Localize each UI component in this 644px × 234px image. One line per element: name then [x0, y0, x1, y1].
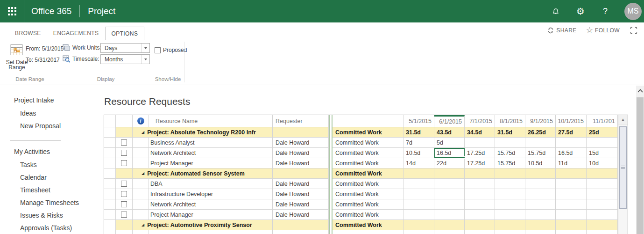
grid-split-bar[interactable] — [329, 179, 333, 189]
checkbox-cell[interactable] — [116, 189, 133, 199]
resource-name-cell[interactable]: DBA — [149, 179, 273, 189]
work-value-cell[interactable] — [403, 220, 434, 230]
work-value-cell[interactable] — [495, 168, 525, 179]
grid-split-bar[interactable] — [329, 210, 333, 220]
work-value-cell[interactable] — [495, 138, 525, 148]
work-value-cell[interactable] — [556, 138, 587, 148]
work-value-cell[interactable]: 34.5d — [465, 127, 495, 138]
page-scroll-up-chevron-icon[interactable] — [636, 86, 644, 96]
checkbox-cell[interactable] — [116, 138, 133, 148]
proposed-checkbox[interactable] — [155, 47, 161, 53]
work-value-cell[interactable] — [525, 230, 556, 234]
work-type-cell[interactable]: Committed Work — [333, 168, 403, 179]
work-value-cell[interactable] — [525, 179, 556, 189]
work-value-cell[interactable]: 27.5d — [556, 127, 587, 138]
work-value-cell[interactable] — [525, 210, 556, 220]
work-type-cell[interactable]: Committed Work — [333, 210, 403, 220]
nav-item-new-proposal[interactable]: New Proposal — [0, 121, 104, 134]
row-checkbox[interactable] — [121, 212, 127, 218]
work-value-cell[interactable]: 14d — [403, 158, 434, 168]
work-type-cell[interactable]: Committed Work — [333, 158, 403, 168]
work-value-cell[interactable] — [403, 210, 434, 220]
work-value-cell[interactable]: 16.5d — [434, 148, 465, 158]
work-value-cell[interactable] — [556, 220, 587, 230]
checkbox-cell[interactable] — [116, 210, 133, 220]
work-value-cell[interactable]: 16.5d — [556, 148, 587, 158]
work-value-cell[interactable] — [403, 199, 434, 210]
work-value-cell[interactable]: 26.25d — [525, 127, 556, 138]
date-column-header[interactable]: 5/1/2015 — [403, 115, 434, 127]
row-checkbox[interactable] — [121, 191, 127, 197]
tab-options[interactable]: OPTIONS — [105, 27, 145, 40]
grid-split-bar[interactable] — [329, 189, 333, 199]
row-checkbox[interactable] — [121, 201, 127, 207]
work-value-cell[interactable] — [434, 199, 465, 210]
work-value-cell[interactable] — [525, 189, 556, 199]
work-value-cell[interactable]: 17.25d — [465, 158, 495, 168]
checkbox-cell[interactable] — [116, 148, 133, 158]
work-value-cell[interactable]: 22d — [434, 158, 465, 168]
requester-cell[interactable]: Dale Howard — [273, 148, 329, 158]
work-value-cell[interactable]: 10d — [587, 158, 618, 168]
work-value-cell[interactable] — [587, 179, 618, 189]
requester-cell[interactable]: Dale Howard — [273, 210, 329, 220]
work-value-cell[interactable] — [465, 220, 495, 230]
work-type-cell[interactable]: Committed Work — [333, 189, 403, 199]
work-value-cell[interactable] — [465, 168, 495, 179]
work-value-cell[interactable]: 31.5d — [495, 127, 525, 138]
work-type-cell[interactable]: Committed Work — [333, 127, 403, 138]
brand-office365[interactable]: Office 365 — [31, 6, 71, 16]
work-value-cell[interactable]: 15.75d — [495, 148, 525, 158]
work-value-cell[interactable]: 10.5d — [525, 158, 556, 168]
help-icon[interactable]: ? — [600, 6, 611, 17]
checkbox-cell[interactable] — [116, 158, 133, 168]
notifications-bell-icon[interactable] — [550, 6, 561, 17]
work-units-dropdown[interactable]: Days — [100, 43, 150, 53]
work-value-cell[interactable] — [556, 230, 587, 234]
work-value-cell[interactable]: 25d — [587, 127, 618, 138]
work-value-cell[interactable] — [587, 199, 618, 210]
follow-button[interactable]: FOLLOW — [595, 27, 620, 34]
work-value-cell[interactable] — [465, 189, 495, 199]
work-value-cell[interactable]: 7d — [403, 138, 434, 148]
work-value-cell[interactable] — [495, 189, 525, 199]
checkbox-cell[interactable] — [116, 199, 133, 210]
work-value-cell[interactable] — [465, 210, 495, 220]
checkbox-cell[interactable] — [116, 179, 133, 189]
work-value-cell[interactable]: 15.75d — [495, 158, 525, 168]
resource-name-cell[interactable]: Network Architect — [149, 148, 273, 158]
work-value-cell[interactable] — [556, 179, 587, 189]
grid-split-bar[interactable] — [329, 138, 333, 148]
work-type-cell[interactable]: Committed Work — [333, 199, 403, 210]
date-column-header[interactable]: 7/1/2015 — [465, 115, 495, 127]
follow-star-icon[interactable]: ☆ — [586, 27, 593, 34]
grid-split-bar[interactable] — [329, 220, 333, 230]
page-scrollbar-thumb[interactable] — [637, 97, 644, 234]
select-column-header[interactable] — [116, 115, 133, 127]
row-header-cell[interactable] — [104, 179, 116, 189]
row-header-cell[interactable] — [104, 210, 116, 220]
grid-split-bar[interactable] — [329, 168, 333, 179]
work-value-cell[interactable] — [465, 179, 495, 189]
nav-item-ideas[interactable]: Ideas — [0, 109, 104, 121]
row-header-cell[interactable] — [104, 230, 116, 234]
row-header-cell[interactable] — [104, 127, 116, 138]
date-column-header[interactable]: 6/1/2015 — [434, 115, 465, 127]
work-value-cell[interactable]: 43.5d — [434, 127, 465, 138]
row-header-cell[interactable] — [104, 138, 116, 148]
work-type-cell[interactable]: Committed Work — [333, 179, 403, 189]
work-value-cell[interactable] — [556, 168, 587, 179]
nav-item-calendar[interactable]: Calendar — [0, 173, 104, 185]
work-value-cell[interactable] — [403, 168, 434, 179]
work-value-cell[interactable] — [434, 230, 465, 234]
work-value-cell[interactable] — [587, 230, 618, 234]
grid-split-bar[interactable] — [329, 127, 333, 138]
work-value-cell[interactable] — [525, 138, 556, 148]
share-button[interactable]: SHARE — [556, 27, 576, 34]
project-name-cell[interactable]: ◢Project: Automated Sensor System — [133, 168, 273, 179]
date-column-header[interactable]: 10/1/2015 — [556, 115, 587, 127]
nav-item-tasks[interactable]: Tasks — [0, 160, 104, 173]
work-value-cell[interactable] — [587, 189, 618, 199]
requester-cell[interactable]: Dale Howard — [273, 138, 329, 148]
work-value-cell[interactable] — [495, 179, 525, 189]
